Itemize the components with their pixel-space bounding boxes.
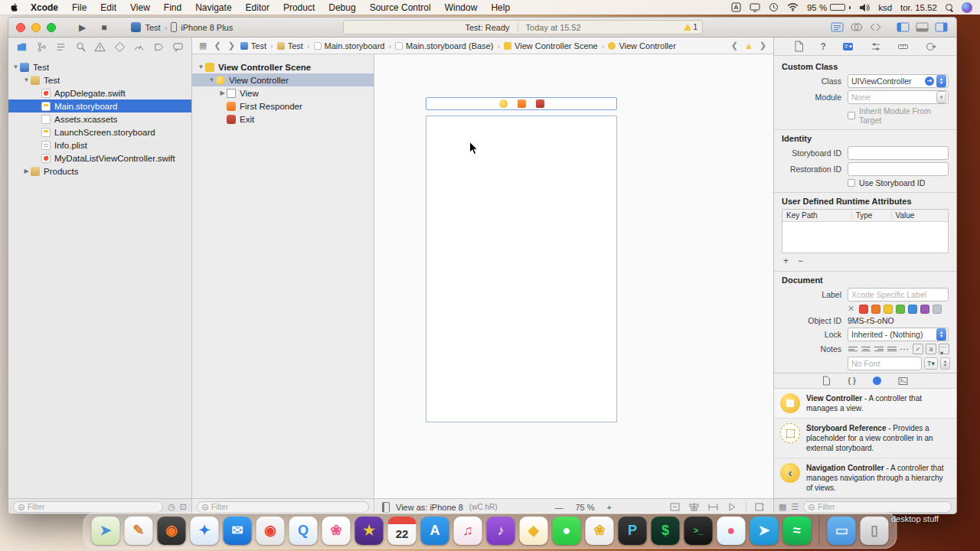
menu-view[interactable]: View bbox=[123, 2, 157, 13]
library-filter-field[interactable] bbox=[803, 501, 952, 513]
outline-item-scene[interactable]: ▼ View Controller Scene bbox=[192, 60, 374, 73]
inherit-module-checkbox[interactable] bbox=[848, 112, 855, 119]
time-machine-icon[interactable] bbox=[769, 2, 779, 12]
menu-window[interactable]: Window bbox=[438, 2, 485, 13]
view-as-label[interactable]: View as: iPhone 8 bbox=[396, 503, 463, 512]
disclosure-open-icon[interactable]: ▼ bbox=[22, 77, 31, 83]
size-inspector-tab[interactable] bbox=[897, 41, 909, 52]
tree-item-mydatalist[interactable]: MyDataListViewController.swift bbox=[8, 152, 191, 165]
dock-photo-editor-icon[interactable]: P bbox=[619, 517, 647, 545]
test-navigator-tab[interactable] bbox=[114, 41, 126, 53]
dock-stocks-icon[interactable]: $ bbox=[652, 517, 680, 545]
library-item-view-controller[interactable]: View Controller - A controller that mana… bbox=[774, 389, 956, 419]
source-control-navigator-tab[interactable] bbox=[36, 41, 47, 53]
resolve-autolayout-button[interactable] bbox=[727, 502, 738, 512]
siri-icon[interactable] bbox=[962, 2, 972, 13]
debug-navigator-tab[interactable] bbox=[133, 41, 145, 53]
warning-badge[interactable]: 1 bbox=[684, 23, 698, 31]
tree-item-project-test[interactable]: ▼ Test bbox=[8, 60, 191, 73]
forward-button[interactable]: ❯ bbox=[227, 41, 237, 51]
apple-menu-icon[interactable] bbox=[9, 2, 19, 12]
navigator-filter-input[interactable] bbox=[28, 503, 158, 511]
issue-warning-icon[interactable]: ▲ bbox=[744, 41, 753, 51]
label-color-swatch-3[interactable] bbox=[896, 305, 905, 314]
storyboard-id-input[interactable] bbox=[851, 148, 945, 158]
label-color-swatch-4[interactable] bbox=[908, 305, 917, 314]
tree-item-products[interactable]: ▶ Products bbox=[8, 165, 191, 178]
back-button[interactable]: ❮ bbox=[212, 41, 222, 51]
tree-item-assets[interactable]: Assets.xcassets bbox=[8, 112, 191, 126]
dock-podcasts-icon[interactable]: ♪ bbox=[487, 517, 515, 545]
wifi-icon[interactable] bbox=[787, 3, 799, 11]
menu-product[interactable]: Product bbox=[276, 2, 322, 13]
dock-imovie-icon[interactable]: ★ bbox=[355, 517, 384, 545]
dock-blender-icon[interactable]: ◉ bbox=[158, 517, 186, 545]
label-color-swatch-1[interactable] bbox=[871, 305, 880, 314]
tree-item-appdelegate[interactable]: AppDelegate.swift bbox=[8, 86, 191, 99]
input-source-icon[interactable] bbox=[731, 2, 741, 12]
no-color-button[interactable]: ✕ bbox=[848, 304, 854, 314]
dock-calendar-icon[interactable]: 22 bbox=[388, 517, 416, 545]
menu-source-control[interactable]: Source Control bbox=[363, 2, 438, 13]
jumpbar-item-storyboard-base[interactable]: Main.storyboard (Base) bbox=[395, 41, 493, 51]
stop-button[interactable]: ■ bbox=[96, 22, 111, 33]
font-size-stepper[interactable]: ▲▼ bbox=[940, 357, 950, 370]
menu-file[interactable]: File bbox=[65, 2, 93, 13]
standard-editor-button[interactable] bbox=[830, 21, 844, 33]
exit-icon[interactable] bbox=[536, 99, 544, 108]
update-frames-button[interactable] bbox=[754, 502, 766, 512]
spotlight-icon[interactable] bbox=[946, 4, 953, 11]
align-justify-button[interactable] bbox=[887, 344, 897, 354]
document-label-field[interactable] bbox=[848, 288, 949, 302]
toggle-debug-area-button[interactable] bbox=[915, 21, 929, 33]
document-label-input[interactable] bbox=[851, 290, 945, 299]
version-editor-button[interactable] bbox=[868, 21, 883, 33]
object-library-tab[interactable] bbox=[873, 377, 881, 385]
add-attribute-button[interactable]: + bbox=[783, 256, 789, 266]
project-navigator-tab[interactable] bbox=[16, 41, 28, 53]
embed-in-stack-button[interactable] bbox=[669, 502, 681, 512]
tree-item-main-storyboard[interactable]: Main.storyboard bbox=[8, 99, 191, 112]
recent-files-icon[interactable]: ◷ bbox=[168, 502, 175, 512]
connections-inspector-tab[interactable] bbox=[926, 41, 936, 52]
dock-chrome-icon[interactable]: ◉ bbox=[256, 517, 285, 545]
align-left-button[interactable] bbox=[848, 344, 858, 354]
first-responder-icon[interactable] bbox=[518, 99, 526, 108]
jumpbar-item-project[interactable]: Test bbox=[240, 41, 266, 51]
toggle-navigator-button[interactable] bbox=[896, 21, 910, 33]
lock-dropdown[interactable]: Inherited - (Nothing) ▲▼ bbox=[848, 328, 949, 341]
view-controller-root-view[interactable] bbox=[426, 116, 617, 422]
dock-app-store-icon[interactable]: A bbox=[421, 517, 449, 545]
dock-design-tool-icon[interactable]: ✎ bbox=[125, 517, 153, 545]
desktop-folder-label[interactable]: desktop stuff bbox=[891, 514, 939, 523]
disclosure-closed-icon[interactable]: ▶ bbox=[218, 90, 227, 96]
jump-to-class-icon[interactable]: ➔ bbox=[925, 77, 934, 86]
outline-toggle-icon[interactable]: ▦ bbox=[198, 41, 208, 51]
navigator-filter-field[interactable] bbox=[13, 501, 163, 513]
menu-editor[interactable]: Editor bbox=[239, 2, 276, 13]
menu-navigate[interactable]: Navigate bbox=[188, 2, 238, 13]
font-picker-button[interactable]: T▾ bbox=[924, 357, 938, 370]
assistant-editor-button[interactable] bbox=[849, 21, 864, 33]
device-bezel-icon[interactable] bbox=[382, 502, 390, 513]
toggle-inspector-button[interactable] bbox=[934, 21, 949, 33]
dock-folder-icon[interactable]: ▭ bbox=[828, 517, 856, 545]
text-attachment-button[interactable]: a bbox=[926, 344, 936, 354]
use-storyboard-id-checkbox[interactable] bbox=[848, 179, 855, 187]
zoom-level[interactable]: 75 % bbox=[576, 503, 595, 512]
notes-font-input[interactable] bbox=[851, 359, 918, 368]
jumpbar-item-scene[interactable]: View Controller Scene bbox=[504, 41, 598, 51]
zoom-in-button[interactable]: + bbox=[607, 503, 612, 512]
menu-xcode[interactable]: Xcode bbox=[24, 2, 65, 13]
find-navigator-tab[interactable] bbox=[75, 41, 87, 53]
close-window-button[interactable] bbox=[16, 23, 25, 32]
dock-sketch-icon[interactable]: ◆ bbox=[520, 517, 548, 545]
disclosure-open-icon[interactable]: ▼ bbox=[207, 77, 216, 83]
file-template-library-tab[interactable] bbox=[822, 376, 831, 386]
tree-item-launchscreen[interactable]: LaunchScreen.storyboard bbox=[8, 126, 191, 139]
outline-item-view[interactable]: ▶ View bbox=[192, 86, 374, 99]
label-color-swatch-5[interactable] bbox=[920, 305, 929, 314]
dock-maps-icon[interactable]: ➤ bbox=[92, 517, 120, 545]
dock-quicktime-icon[interactable]: Q bbox=[289, 517, 318, 545]
library-item-navigation-controller[interactable]: ‹ Navigation Controller - A controller t… bbox=[774, 458, 956, 498]
